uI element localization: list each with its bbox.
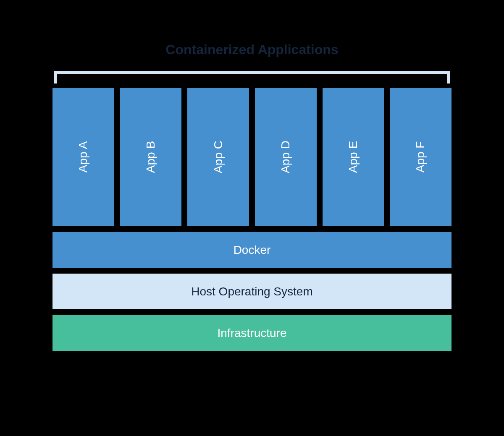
host-os-layer: Host Operating System (52, 274, 452, 309)
app-box-a: App A (52, 88, 114, 226)
layer-label: Docker (234, 243, 271, 257)
app-label: App E (346, 141, 360, 173)
app-box-b: App B (120, 88, 182, 226)
bracket-icon (54, 71, 450, 84)
infrastructure-layer: Infrastructure (52, 315, 452, 351)
app-label: App D (279, 141, 292, 173)
diagram-title: Containerized Applications (52, 42, 452, 57)
docker-layer: Docker (52, 232, 452, 268)
app-label: App F (414, 141, 428, 173)
layer-label: Infrastructure (218, 326, 287, 340)
app-box-f: App F (390, 88, 452, 226)
apps-row: App A App B App C App D App E App F (52, 88, 452, 226)
app-label: App A (76, 141, 90, 173)
app-box-c: App C (187, 88, 249, 226)
app-label: App C (212, 141, 225, 173)
app-box-d: App D (255, 88, 317, 226)
layer-label: Host Operating System (191, 285, 312, 298)
containerized-apps-diagram: Containerized Applications App A App B A… (52, 42, 452, 351)
app-label: App B (144, 141, 158, 173)
app-box-e: App E (323, 88, 384, 226)
